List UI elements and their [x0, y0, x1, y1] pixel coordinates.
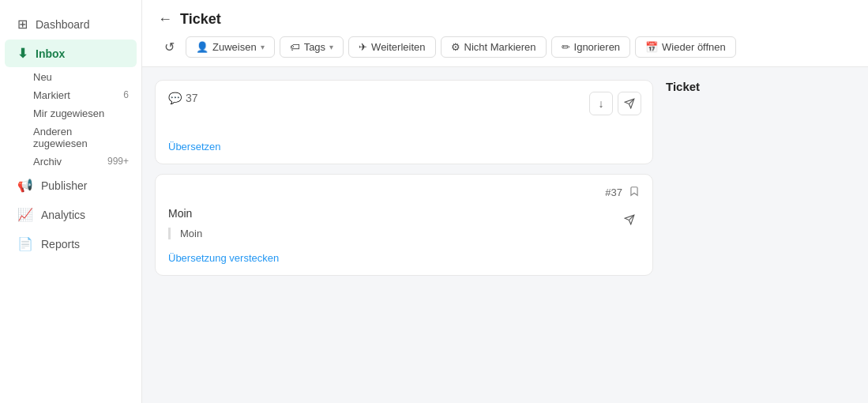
sidebar-item-publisher[interactable]: 📢 Publisher: [5, 171, 137, 199]
sidebar-sub-archiv[interactable]: Archiv 999+: [0, 153, 141, 171]
pin-icon[interactable]: [629, 186, 640, 199]
page-header: ← Ticket ↺ 👤 Zuweisen ▾ 🏷 Tags ▾ ✈ Weite…: [142, 0, 868, 67]
back-button[interactable]: ←: [158, 11, 172, 28]
messages-area: 💬 37 ↓ Übersetzen: [155, 80, 653, 390]
analytics-icon: 📈: [17, 207, 33, 222]
message-card-1: 💬 37 ↓ Übersetzen: [155, 80, 653, 164]
translate-link[interactable]: Übersetzen: [168, 141, 220, 153]
nicht-markieren-button[interactable]: ⚙ Nicht Markieren: [441, 36, 547, 58]
quote-text: Moin: [180, 228, 202, 239]
download-button[interactable]: ↓: [589, 92, 613, 115]
hide-translation-link[interactable]: Übersetzung verstecken: [168, 252, 279, 264]
ignorieren-button[interactable]: ✏ Ignorieren: [551, 36, 631, 58]
sidebar-item-inbox[interactable]: ⬇ Inbox: [5, 40, 137, 67]
refresh-button[interactable]: ↺: [158, 36, 181, 58]
edit-icon: ✏: [562, 41, 570, 53]
message-header-1: 💬 37: [168, 92, 640, 104]
paper-plane-icon: [624, 98, 635, 109]
bookmark-icon-svg: [629, 186, 640, 197]
message-ticket-header: #37: [168, 186, 640, 199]
dashboard-icon: ⊞: [17, 17, 28, 32]
page-title: Ticket: [180, 11, 221, 28]
sidebar-item-reports[interactable]: 📄 Reports: [5, 230, 137, 258]
ticket-number: #37: [605, 186, 622, 198]
toolbar: ↺ 👤 Zuweisen ▾ 🏷 Tags ▾ ✈ Weiterleiten ⚙…: [158, 36, 852, 58]
weiterleiten-button[interactable]: ✈ Weiterleiten: [348, 36, 435, 58]
inbox-icon: ⬇: [17, 46, 28, 61]
sidebar-sub-neu[interactable]: Neu: [0, 68, 141, 86]
sidebar-item-label: Inbox: [36, 47, 65, 60]
quote-block: Moin: [168, 228, 640, 239]
zuweisen-icon: 👤: [196, 41, 209, 53]
send-message-button-2[interactable]: [618, 208, 641, 232]
sidebar-item-analytics[interactable]: 📈 Analytics: [5, 201, 137, 228]
tags-icon: 🏷: [290, 41, 300, 53]
settings-icon: ⚙: [451, 41, 460, 53]
main-area: ← Ticket ↺ 👤 Zuweisen ▾ 🏷 Tags ▾ ✈ Weite…: [142, 0, 868, 403]
calendar-icon: 📅: [645, 41, 658, 53]
sidebar-item-dashboard[interactable]: ⊞ Dashboard: [5, 10, 137, 38]
zuweisen-button[interactable]: 👤 Zuweisen ▾: [186, 36, 275, 58]
comment-icon: 💬: [168, 92, 182, 104]
sidebar: ⊞ Dashboard ⬇ Inbox Neu Markiert 6 Mir z…: [0, 0, 142, 403]
message-card-2: #37 Moin Moin Über: [155, 174, 653, 276]
comment-count: 💬 37: [168, 92, 198, 104]
publisher-icon: 📢: [17, 178, 33, 193]
chevron-down-icon: ▾: [329, 43, 333, 51]
message-body: Moin: [168, 207, 640, 220]
tags-button[interactable]: 🏷 Tags ▾: [280, 36, 344, 58]
sidebar-item-label: Dashboard: [36, 18, 90, 31]
send-icon: ✈: [359, 41, 367, 53]
chevron-down-icon: ▾: [261, 43, 265, 51]
sidebar-sub-anderen-zugewiesen[interactable]: Anderen zugewiesen: [0, 122, 141, 153]
right-panel: Ticket: [666, 80, 855, 390]
send-message-button-1[interactable]: [618, 92, 641, 115]
paper-plane-icon-2: [624, 214, 635, 225]
right-panel-title: Ticket: [666, 80, 855, 93]
sidebar-sub-markiert[interactable]: Markiert 6: [0, 86, 141, 104]
sidebar-item-label: Reports: [41, 238, 80, 250]
sidebar-item-label: Publisher: [41, 179, 87, 192]
wieder-offnen-button[interactable]: 📅 Wieder öffnen: [635, 36, 736, 58]
header-title-row: ← Ticket: [158, 11, 852, 28]
sidebar-item-label: Analytics: [41, 209, 85, 221]
message-actions-1: ↓: [589, 92, 641, 115]
reports-icon: 📄: [17, 236, 33, 251]
sidebar-sub-mir-zugewiesen[interactable]: Mir zugewiesen: [0, 104, 141, 122]
content-area: 💬 37 ↓ Übersetzen: [142, 67, 868, 403]
